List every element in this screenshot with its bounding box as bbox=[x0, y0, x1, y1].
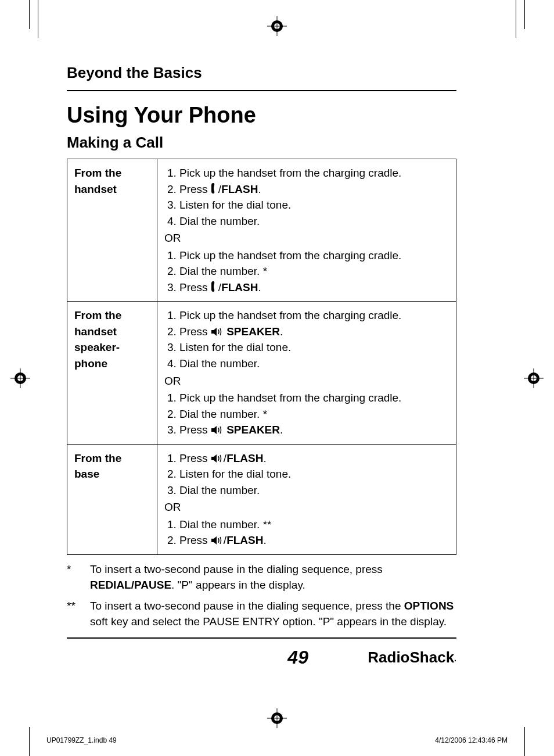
step-item: Listen for the dial tone. bbox=[179, 197, 449, 213]
steps-list: Pick up the handset from the charging cr… bbox=[164, 248, 449, 296]
speaker-icon bbox=[211, 454, 224, 463]
step-item: Press SPEAKER. bbox=[179, 324, 449, 340]
svg-rect-17 bbox=[211, 428, 214, 432]
step-item: Pick up the handset from the charging cr… bbox=[179, 307, 449, 324]
step-item: Dial the number. * bbox=[179, 263, 449, 280]
footnote: **To insert a two-second pause in the di… bbox=[67, 599, 456, 629]
speaker-icon bbox=[211, 536, 224, 545]
svg-rect-16 bbox=[211, 330, 214, 334]
main-title: Using Your Phone bbox=[67, 103, 456, 128]
step-item: Press /FLASH. bbox=[179, 450, 449, 467]
handset-icon bbox=[211, 281, 218, 292]
step-item: Pick up the handset from the charging cr… bbox=[179, 390, 449, 406]
instructions-table: From thehandsetPick up the handset from … bbox=[67, 159, 456, 555]
row-label: From thehandset bbox=[67, 159, 157, 302]
step-item: Press SPEAKER. bbox=[179, 422, 449, 438]
speaker-icon bbox=[211, 425, 224, 435]
row-label: From thebase bbox=[67, 444, 157, 554]
steps-list: Press /FLASH.Listen for the dial tone.Di… bbox=[164, 450, 449, 499]
page-number: 49 bbox=[287, 647, 308, 668]
step-item: Press /FLASH. bbox=[179, 181, 449, 198]
table-row: From thehandsetspeaker-phonePick up the … bbox=[67, 302, 456, 444]
svg-rect-19 bbox=[211, 539, 214, 542]
or-separator: OR bbox=[164, 373, 449, 389]
step-item: Listen for the dial tone. bbox=[179, 339, 449, 356]
registration-mark-icon bbox=[10, 368, 30, 388]
row-steps: Pick up the handset from the charging cr… bbox=[157, 159, 456, 302]
step-item: Pick up the handset from the charging cr… bbox=[179, 165, 449, 181]
horizontal-rule bbox=[67, 637, 456, 639]
row-steps: Pick up the handset from the charging cr… bbox=[157, 302, 456, 444]
registration-mark-icon bbox=[267, 708, 287, 728]
step-item: Press /FLASH. bbox=[179, 532, 449, 549]
section-title: Beyond the Basics bbox=[67, 64, 456, 82]
or-separator: OR bbox=[164, 499, 449, 515]
footnote-text: To insert a two-second pause in the dial… bbox=[90, 599, 456, 629]
svg-rect-18 bbox=[211, 457, 214, 460]
step-item: Dial the number. ** bbox=[179, 517, 449, 533]
footnote: *To insert a two-second pause in the dia… bbox=[67, 562, 456, 593]
step-item: Dial the number. bbox=[179, 213, 449, 230]
registration-mark-icon bbox=[524, 368, 544, 388]
registration-mark-icon bbox=[267, 16, 287, 36]
steps-list: Dial the number. **Press /FLASH. bbox=[164, 517, 449, 549]
step-item: Press /FLASH. bbox=[179, 280, 449, 296]
row-label: From thehandsetspeaker-phone bbox=[67, 302, 157, 444]
steps-list: Pick up the handset from the charging cr… bbox=[164, 307, 449, 371]
table-row: From thebasePress /FLASH.Listen for the … bbox=[67, 444, 456, 554]
step-item: Listen for the dial tone. bbox=[179, 466, 449, 482]
speaker-icon bbox=[211, 327, 224, 336]
footnote-mark: ** bbox=[67, 599, 90, 629]
handset-icon bbox=[211, 182, 218, 194]
sub-title: Making a Call bbox=[67, 134, 456, 152]
brand-logo: RadioShack. bbox=[368, 648, 456, 667]
step-item: Pick up the handset from the charging cr… bbox=[179, 248, 449, 264]
footnote-text: To insert a two-second pause in the dial… bbox=[90, 562, 456, 593]
table-row: From thehandsetPick up the handset from … bbox=[67, 159, 456, 302]
horizontal-rule bbox=[67, 90, 456, 91]
step-item: Dial the number. bbox=[179, 356, 449, 372]
footnote-mark: * bbox=[67, 562, 90, 593]
step-item: Dial the number. bbox=[179, 482, 449, 499]
or-separator: OR bbox=[164, 230, 449, 246]
print-file-info: UP01799ZZ_1.indb 49 bbox=[46, 736, 117, 744]
print-footer: UP01799ZZ_1.indb 49 4/12/2006 12:43:46 P… bbox=[46, 736, 508, 744]
footnotes-block: *To insert a two-second pause in the dia… bbox=[67, 562, 456, 629]
step-item: Dial the number. * bbox=[179, 406, 449, 422]
steps-list: Pick up the handset from the charging cr… bbox=[164, 390, 449, 438]
steps-list: Pick up the handset from the charging cr… bbox=[164, 165, 449, 229]
row-steps: Press /FLASH.Listen for the dial tone.Di… bbox=[157, 444, 456, 554]
print-timestamp: 4/12/2006 12:43:46 PM bbox=[435, 736, 508, 744]
